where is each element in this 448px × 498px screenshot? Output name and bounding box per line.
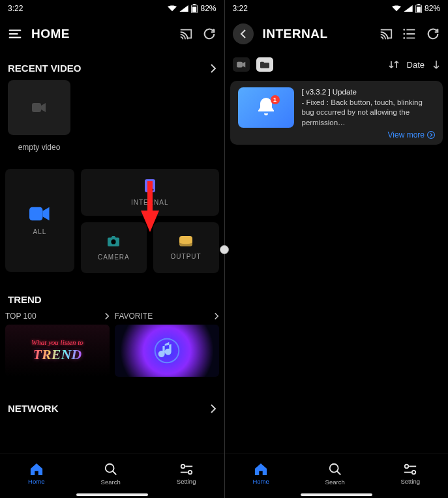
tile-label: CAMERA	[98, 254, 130, 261]
page-title: INTERNAL	[263, 27, 328, 41]
video-icon	[29, 206, 50, 222]
filter-videos[interactable]	[233, 57, 250, 72]
status-time: 3:22	[8, 4, 23, 13]
search-icon	[328, 462, 342, 476]
sort-label[interactable]: Date	[407, 60, 425, 70]
storage-grid: ALL INTERNAL CAMERA OUTPUT	[4, 169, 220, 273]
tile-all[interactable]: ALL	[5, 169, 74, 272]
back-button[interactable]	[233, 23, 254, 44]
music-note-icon	[154, 338, 180, 364]
nav-label: Search	[101, 478, 121, 486]
output-icon	[179, 236, 192, 246]
chevron-right-icon	[210, 403, 217, 414]
status-battery: 82%	[425, 4, 440, 13]
cast-icon[interactable]	[179, 27, 193, 41]
signal-icon	[179, 5, 188, 12]
settings-icon	[179, 463, 194, 476]
content: RECENT VIDEO empty video ALL INTERNAL	[0, 51, 224, 453]
video-icon	[32, 102, 46, 113]
cast-icon[interactable]	[379, 27, 393, 41]
update-notice[interactable]: 1 [ v3.3.2 ] Update - Fixed : Back butto…	[230, 81, 443, 145]
trend-title: TREND	[8, 294, 42, 305]
refresh-icon[interactable]	[202, 27, 217, 41]
folder-icon	[260, 61, 269, 68]
wifi-icon	[168, 5, 177, 12]
trend-img-1-top: What you listen to	[31, 338, 83, 346]
home-indicator	[301, 493, 372, 496]
home-icon	[29, 463, 44, 476]
page-title: HOME	[31, 27, 70, 41]
svg-point-7	[112, 239, 116, 244]
svg-point-23	[412, 470, 416, 474]
bottom-nav: Home Search Setting	[225, 453, 449, 493]
nav-search[interactable]: Search	[101, 462, 121, 486]
battery-icon	[415, 4, 422, 13]
network-header[interactable]: NETWORK	[4, 377, 220, 420]
trend-img-1-main: TREND	[33, 346, 82, 363]
chevron-right-icon	[214, 312, 219, 320]
notice-badge: 1	[271, 95, 280, 104]
network-title: NETWORK	[8, 403, 59, 414]
status-right: 82%	[168, 4, 216, 13]
notice-body: - Fixed : Back button, touch, blinking b…	[302, 98, 436, 128]
status-right: 82%	[392, 4, 440, 13]
content-empty	[225, 147, 449, 453]
wifi-icon	[392, 5, 401, 12]
svg-rect-3	[32, 103, 41, 112]
trend-image-1: What you listen to TREND	[5, 325, 110, 377]
nav-setting[interactable]: Setting	[400, 463, 420, 485]
menu-icon[interactable]	[8, 27, 22, 41]
trend-header: TREND	[4, 273, 220, 312]
nav-label: Search	[325, 478, 345, 486]
battery-icon	[191, 4, 198, 13]
nav-label: Home	[28, 478, 44, 485]
nav-label: Setting	[177, 478, 196, 485]
trend-top100[interactable]: TOP 100 What you listen to TREND	[5, 312, 110, 377]
sort-direction-icon[interactable]	[432, 60, 440, 69]
phone-right: 3:22 82% INTERNAL Date	[224, 0, 449, 498]
sort-icon[interactable]	[389, 60, 399, 69]
home-indicator	[76, 493, 148, 496]
chevron-right-icon	[210, 63, 217, 74]
bottom-nav: Home Search Setting	[0, 453, 224, 493]
refresh-icon[interactable]	[426, 27, 440, 41]
svg-rect-4	[29, 207, 42, 220]
svg-point-16	[403, 29, 405, 31]
filter-row: Date	[225, 51, 449, 78]
svg-rect-2	[192, 7, 196, 12]
home-icon	[254, 463, 268, 476]
nav-home[interactable]: Home	[252, 463, 269, 485]
phone-left: 3:22 82% HOME RECENT VIDEO empty video A…	[0, 0, 224, 498]
status-battery: 82%	[200, 4, 216, 13]
settings-icon	[403, 463, 417, 476]
filter-folders[interactable]	[256, 57, 273, 72]
arrow-annotation	[137, 181, 163, 233]
nav-setting[interactable]: Setting	[177, 463, 196, 485]
nav-label: Setting	[400, 478, 420, 485]
svg-point-11	[181, 464, 185, 468]
list-icon[interactable]	[402, 27, 417, 41]
view-more-link[interactable]: View more	[388, 130, 435, 139]
tile-label: ALL	[33, 228, 47, 235]
recent-video-header[interactable]: RECENT VIDEO	[4, 51, 220, 80]
video-icon	[237, 61, 246, 68]
trend-image-2	[115, 325, 219, 377]
chevron-left-icon	[240, 29, 246, 39]
svg-point-20	[428, 132, 435, 139]
empty-video-thumb[interactable]	[8, 80, 70, 135]
trend-favorite-label: FAVORITE	[115, 312, 153, 321]
status-time: 3:22	[233, 4, 248, 13]
nav-search[interactable]: Search	[325, 462, 345, 486]
camera-icon	[106, 235, 121, 247]
trend-favorite[interactable]: FAVORITE	[115, 312, 219, 377]
empty-video-label: empty video	[8, 143, 70, 152]
nav-home[interactable]: Home	[28, 463, 44, 485]
trend-row: TOP 100 What you listen to TREND FAVORIT…	[4, 312, 220, 377]
tile-label: OUTPUT	[171, 253, 202, 260]
svg-point-21	[329, 463, 338, 472]
chevron-right-icon	[427, 131, 435, 139]
svg-point-18	[403, 37, 405, 39]
divider-handle[interactable]	[220, 245, 229, 254]
nav-label: Home	[252, 478, 269, 485]
notice-image: 1	[238, 87, 294, 128]
